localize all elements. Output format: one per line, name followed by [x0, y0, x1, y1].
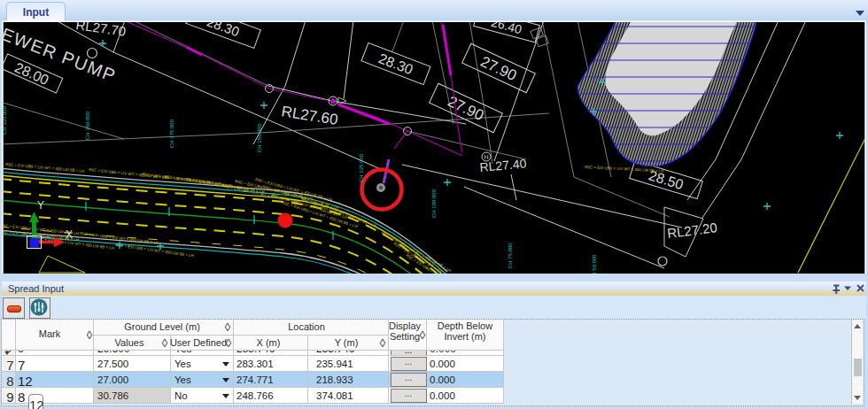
svg-text:H: H: [484, 154, 488, 160]
svg-text:Y: Y: [37, 199, 44, 212]
svg-text:CH 75.000: CH 75.000: [508, 243, 513, 268]
svg-text:CH 156.000: CH 156.000: [257, 123, 262, 152]
svg-text:CH 100.000: CH 100.000: [431, 189, 437, 218]
svg-text:CH 125.000: CH 125.000: [359, 153, 364, 182]
svg-text:CH 375.000: CH 375.000: [169, 119, 174, 148]
svg-text:CH 350.000: CH 350.000: [85, 111, 90, 140]
svg-text:X: X: [66, 228, 73, 241]
